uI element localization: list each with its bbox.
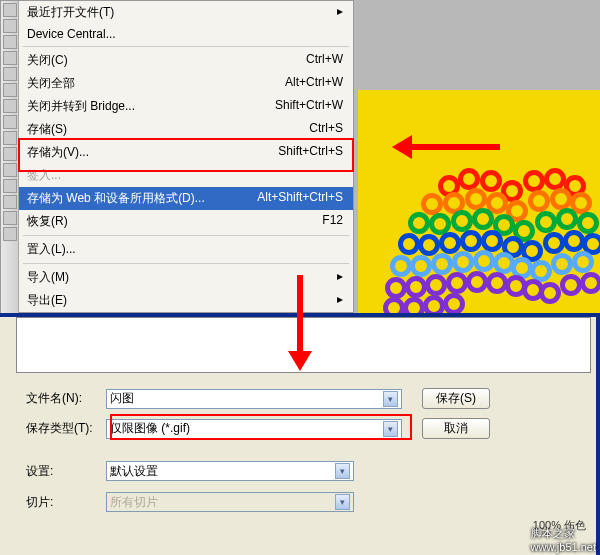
cancel-button[interactable]: 取消 (422, 418, 490, 439)
slices-select: 所有切片 ▾ (106, 492, 354, 512)
menu-save-as[interactable]: 存储为(V)...Shift+Ctrl+S (19, 141, 353, 164)
save-button[interactable]: 保存(S) (422, 388, 490, 409)
chevron-down-icon[interactable]: ▾ (383, 391, 398, 407)
savetype-select[interactable]: 仅限图像 (*.gif) ▾ (106, 419, 402, 439)
chevron-down-icon: ▾ (335, 494, 350, 510)
toolbar-strip (1, 1, 19, 314)
chevron-down-icon[interactable]: ▾ (383, 421, 398, 437)
menu-close-all[interactable]: 关闭全部Alt+Ctrl+W (19, 72, 353, 95)
watermark: 脚本之家www.jb51.net (531, 526, 596, 553)
arrow-annotation-1 (410, 144, 500, 150)
menu-device-central[interactable]: Device Central... (19, 24, 353, 44)
menu-recent[interactable]: 最近打开文件(T)▸ (19, 1, 353, 24)
menu-close-bridge[interactable]: 关闭并转到 Bridge...Shift+Ctrl+W (19, 95, 353, 118)
slices-label: 切片: (26, 494, 106, 511)
menu-save-for-web[interactable]: 存储为 Web 和设备所用格式(D)...Alt+Shift+Ctrl+S (19, 187, 353, 210)
filename-label: 文件名(N): (26, 390, 106, 407)
canvas-area (354, 0, 600, 313)
menu-checkin: 签入... (19, 164, 353, 187)
menu-revert[interactable]: 恢复(R)F12 (19, 210, 353, 233)
arrow-annotation-2 (297, 275, 303, 353)
menu-save[interactable]: 存储(S)Ctrl+S (19, 118, 353, 141)
settings-label: 设置: (26, 463, 106, 480)
menu-close[interactable]: 关闭(C)Ctrl+W (19, 49, 353, 72)
savetype-label: 保存类型(T): (26, 420, 106, 437)
settings-select[interactable]: 默认设置 ▾ (106, 461, 354, 481)
filename-input[interactable]: 闪图 ▾ (106, 389, 402, 409)
chevron-down-icon[interactable]: ▾ (335, 463, 350, 479)
menu-place[interactable]: 置入(L)... (19, 238, 353, 261)
